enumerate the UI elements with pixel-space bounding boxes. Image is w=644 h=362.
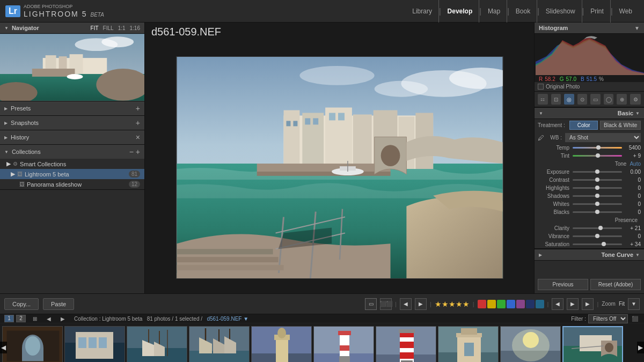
nav-size-fit[interactable]: FIT — [91, 25, 99, 31]
basic-expand[interactable]: ▼ — [635, 111, 640, 116]
collections-add-btn[interactable]: + — [136, 147, 140, 156]
highlights-slider[interactable] — [573, 187, 622, 189]
tab-slideshow[interactable]: Slideshow — [539, 0, 582, 23]
whites-slider[interactable] — [573, 203, 622, 205]
reset-adobe-btn[interactable]: Reset (Adobe) — [590, 279, 641, 290]
color-btn[interactable]: Color — [569, 121, 598, 130]
film-thumb-4[interactable] — [189, 326, 250, 362]
history-close-btn[interactable]: × — [136, 133, 140, 142]
label-dark-blue[interactable] — [526, 300, 535, 308]
exposure-slider[interactable] — [573, 171, 622, 173]
filmstrip-next-btn[interactable]: ▶ — [58, 315, 68, 322]
tool-crop[interactable]: ⊡ — [551, 94, 561, 105]
vibrance-slider[interactable] — [573, 235, 622, 237]
film-thumb-6[interactable]: ★★★★★ — [313, 326, 374, 362]
label-purple[interactable] — [516, 300, 525, 308]
filmstrip-prev-btn[interactable]: ◀ — [44, 315, 54, 322]
eyedropper-icon[interactable]: 🖊 — [538, 134, 544, 142]
contrast-thumb[interactable] — [595, 178, 599, 182]
view-loupe[interactable]: ▭ — [365, 298, 377, 310]
label-teal[interactable] — [536, 300, 544, 308]
blacks-thumb[interactable] — [595, 210, 599, 214]
tab-map[interactable]: Map — [481, 0, 507, 23]
highlights-thumb[interactable] — [595, 186, 599, 190]
wb-selector[interactable]: As Shot — [565, 133, 641, 142]
presets-header[interactable]: ▶ Presets + — [0, 101, 144, 115]
histogram-expand[interactable]: ▼ — [634, 25, 640, 31]
film-thumb-7[interactable]: ★★★★★ — [376, 326, 436, 362]
clarity-thumb[interactable] — [598, 226, 603, 230]
collection-lr5beta[interactable]: ▶ 🖼 Lightroom 5 beta 81 — [0, 169, 144, 179]
filmstrip-dropdown[interactable]: ▼ — [243, 316, 248, 322]
nav-size-fill[interactable]: FILL — [103, 25, 114, 31]
label-red[interactable] — [478, 300, 486, 308]
image-area[interactable] — [145, 41, 534, 293]
tint-thumb[interactable] — [596, 153, 600, 158]
temp-slider[interactable] — [573, 147, 622, 149]
label-yellow[interactable] — [487, 300, 496, 308]
tool-radial[interactable]: ◯ — [604, 94, 614, 105]
clarity-slider[interactable] — [573, 227, 622, 229]
history-header[interactable]: ▶ History × — [0, 130, 144, 144]
tool-heal[interactable]: ◎ — [564, 94, 574, 105]
snapshots-add-btn[interactable]: + — [136, 119, 140, 127]
tone-curve-expand[interactable]: ▼ — [635, 253, 640, 257]
tab-print[interactable]: Print — [584, 0, 611, 23]
filmstrip-right-arrow[interactable]: ▶ — [637, 342, 644, 353]
tone-curve-header[interactable]: ▶ Tone Curve ▼ — [535, 249, 644, 261]
tab-web[interactable]: Web — [613, 0, 639, 23]
tab-book[interactable]: Book — [509, 0, 537, 23]
label-green[interactable] — [497, 300, 506, 308]
tint-slider[interactable] — [573, 155, 622, 157]
film-thumb-3[interactable] — [127, 326, 187, 362]
page-2[interactable]: 2 — [16, 315, 26, 322]
previous-btn[interactable]: Previous — [538, 279, 588, 290]
fs-play-btn[interactable]: ▶ — [582, 298, 594, 310]
tone-auto-btn[interactable]: Auto — [630, 161, 641, 167]
saturation-slider[interactable] — [573, 243, 622, 245]
nav-size-1-1[interactable]: 1:1 — [118, 25, 126, 31]
fs-next-btn[interactable]: ▶ — [567, 298, 579, 310]
blacks-slider[interactable] — [573, 211, 622, 213]
tool-redeye[interactable]: ⊙ — [577, 94, 588, 105]
film-thumb-2[interactable] — [64, 326, 125, 362]
saturation-thumb[interactable] — [602, 242, 606, 246]
film-thumb-5[interactable] — [251, 326, 312, 362]
copy-button[interactable]: Copy... — [4, 298, 39, 310]
tool-adjustment[interactable]: ⊕ — [617, 94, 627, 105]
presets-add-btn[interactable]: + — [136, 104, 140, 113]
view-compare[interactable]: ⬛⬛ — [380, 298, 392, 310]
bw-btn[interactable]: Black & White — [600, 121, 641, 130]
collections-minus-btn[interactable]: − — [129, 147, 134, 156]
paste-button[interactable]: Paste — [43, 298, 74, 310]
label-blue[interactable] — [507, 300, 515, 308]
film-thumb-1[interactable]: ★★★★★ — [2, 326, 63, 362]
whites-thumb[interactable] — [595, 202, 599, 206]
filter-select[interactable]: Filters Off — [588, 314, 628, 323]
filmstrip-left-arrow[interactable]: ◀ — [0, 342, 7, 353]
tab-develop[interactable]: Develop — [441, 0, 480, 23]
collections-header[interactable]: ▼ Collections − + — [0, 145, 144, 159]
filmstrip-filename[interactable]: d561-059.NEF — [207, 316, 241, 322]
zoom-fit[interactable]: Fit — [619, 301, 625, 307]
grid-view-btn[interactable]: ⊞ — [30, 315, 40, 322]
tab-library[interactable]: Library — [406, 0, 439, 23]
filter-expand[interactable]: ⬛ — [630, 315, 640, 322]
film-thumb-8[interactable]: ★★★★★ — [438, 326, 499, 362]
next-arrow[interactable]: ▶ — [415, 298, 427, 310]
shadows-slider[interactable] — [573, 195, 622, 197]
tool-settings[interactable]: ⚙ — [630, 94, 641, 105]
nav-size-1-16[interactable]: 1:16 — [130, 25, 140, 31]
tool-gradient[interactable]: ▭ — [590, 94, 601, 105]
basic-section-header[interactable]: ▼ Basic ▼ — [535, 107, 644, 119]
tool-grid[interactable]: ⚏ — [538, 94, 548, 105]
shadows-thumb[interactable] — [595, 194, 599, 198]
fs-prev-btn[interactable]: ◀ — [552, 298, 564, 310]
page-1[interactable]: 1 — [4, 315, 14, 322]
snapshots-header[interactable]: ▶ Snapshots + — [0, 116, 144, 130]
zoom-dropdown[interactable]: ▼ — [628, 298, 640, 310]
navigator-header[interactable]: ▼ Navigator FIT FILL 1:1 1:16 — [0, 23, 144, 34]
temp-thumb[interactable] — [596, 145, 601, 150]
prev-arrow[interactable]: ◀ — [400, 298, 412, 310]
collection-smart[interactable]: ▶ ⚙ Smart Collections — [0, 159, 144, 169]
